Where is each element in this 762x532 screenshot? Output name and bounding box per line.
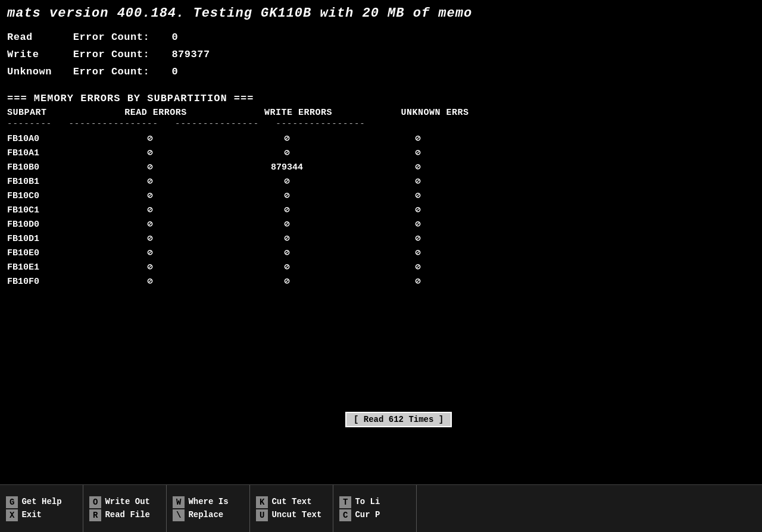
write-error-type: Error Count: [73, 46, 165, 64]
bottom-label-top: To Li [355, 496, 380, 508]
title-text: mats version 400.184. Testing GK110B wit… [7, 6, 472, 21]
col-header-write: WRITE ERRORS [227, 108, 370, 118]
col-header-unknown: UNKNOWN ERRS [376, 108, 495, 118]
bottom-item-0[interactable]: G Get Help X Exit [0, 485, 83, 532]
table-row: FB10B1 ⊘ ⊘ ⊘ [7, 175, 755, 189]
bottom-label-bottom: Read File [105, 509, 150, 521]
table-row: FB10C1 ⊘ ⊘ ⊘ [7, 204, 755, 218]
bottom-key-top: O [89, 496, 101, 508]
cell-write: ⊘ [216, 189, 358, 204]
cell-read: ⊘ [85, 261, 216, 275]
bottom-key-top: T [339, 496, 351, 508]
bottom-key-bottom: C [339, 509, 351, 521]
table-divider: -------- ---------------- --------------… [7, 119, 755, 129]
bottom-key-top: W [173, 496, 185, 508]
bottom-key-top: K [256, 496, 268, 508]
section-header: === MEMORY ERRORS BY SUBPARTITION === [7, 93, 755, 104]
cell-write: ⊘ [216, 246, 358, 261]
bottom-label-top: Write Out [105, 496, 150, 508]
unknown-error-line: Unknown Error Count: 0 [7, 64, 755, 81]
cell-subpart: FB10E1 [7, 261, 85, 275]
write-error-value: 879377 [171, 49, 210, 60]
unknown-error-value: 0 [171, 66, 178, 77]
bottom-label-top: Get Help [21, 496, 61, 508]
bottom-row-top: O Write Out [89, 496, 150, 508]
read-label: Read [7, 29, 67, 46]
error-summary: Read Error Count: 0 Write Error Count: 8… [7, 29, 755, 81]
cell-subpart: FB10B1 [7, 175, 85, 189]
write-error-line: Write Error Count: 879377 [7, 46, 755, 64]
table-row: FB10A1 ⊘ ⊘ ⊘ [7, 146, 755, 161]
cell-unknown: ⊘ [358, 189, 477, 204]
cell-read: ⊘ [85, 246, 216, 261]
cell-subpart: FB10D1 [7, 232, 85, 246]
bottom-key-bottom: X [6, 509, 18, 521]
bottom-row-bottom: U Uncut Text [256, 509, 321, 521]
bottom-key-top: G [6, 496, 18, 508]
table-row: FB10B0 ⊘ 879344 ⊘ [7, 161, 755, 175]
bottom-row-bottom: X Exit [6, 509, 62, 521]
cell-unknown: ⊘ [358, 275, 477, 289]
bottom-row-top: K Cut Text [256, 496, 321, 508]
cell-subpart: FB10A0 [7, 132, 85, 146]
bottom-row-top: T To Li [339, 496, 380, 508]
bottom-label-bottom: Cur P [355, 509, 380, 521]
cell-unknown: ⊘ [358, 146, 477, 161]
cell-read: ⊘ [85, 175, 216, 189]
bottom-pair: G Get Help X Exit [6, 496, 62, 521]
tooltip-box: [ Read 612 Times ] [345, 412, 452, 427]
title-bar: mats version 400.184. Testing GK110B wit… [7, 6, 755, 21]
read-error-value: 0 [171, 32, 178, 43]
cell-write: ⊘ [216, 132, 358, 146]
cell-read: ⊘ [85, 146, 216, 161]
cell-unknown: ⊘ [358, 232, 477, 246]
bottom-row-bottom: C Cur P [339, 509, 380, 521]
cell-write: ⊘ [216, 232, 358, 246]
table-row: FB10E1 ⊘ ⊘ ⊘ [7, 261, 755, 275]
table-header: SUBPART READ ERRORS WRITE ERRORS UNKNOWN… [7, 108, 755, 118]
bottom-bar: G Get Help X Exit O Write Out R Read Fil… [0, 484, 762, 532]
tooltip-text: [ Read 612 Times ] [354, 415, 444, 424]
cell-read: ⊘ [85, 132, 216, 146]
col-header-subpart: SUBPART [7, 108, 85, 118]
read-error-line: Read Error Count: 0 [7, 29, 755, 46]
bottom-item-1[interactable]: O Write Out R Read File [83, 485, 167, 532]
cell-subpart: FB10B0 [7, 161, 85, 175]
bottom-key-bottom: U [256, 509, 268, 521]
unknown-label: Unknown [7, 64, 67, 81]
cell-read: ⊘ [85, 204, 216, 218]
bottom-pair: K Cut Text U Uncut Text [256, 496, 321, 521]
cell-read: ⊘ [85, 232, 216, 246]
bottom-row-bottom: \ Replace [173, 509, 229, 521]
unknown-error-type: Error Count: [73, 64, 165, 81]
cell-unknown: ⊘ [358, 246, 477, 261]
bottom-item-2[interactable]: W Where Is \ Replace [167, 485, 250, 532]
bottom-pair: T To Li C Cur P [339, 496, 380, 521]
cell-write: ⊘ [216, 204, 358, 218]
cell-read: ⊘ [85, 275, 216, 289]
bottom-pair: O Write Out R Read File [89, 496, 150, 521]
write-label: Write [7, 46, 67, 64]
bottom-label-top: Where Is [188, 496, 228, 508]
bottom-item-3[interactable]: K Cut Text U Uncut Text [250, 485, 333, 532]
table-body: FB10A0 ⊘ ⊘ ⊘ FB10A1 ⊘ ⊘ ⊘ FB10B0 ⊘ 87934… [7, 132, 755, 289]
cell-unknown: ⊘ [358, 161, 477, 175]
read-error-type: Error Count: [73, 29, 165, 46]
cell-unknown: ⊘ [358, 218, 477, 232]
bottom-label-bottom: Replace [188, 509, 223, 521]
cell-unknown: ⊘ [358, 204, 477, 218]
cell-subpart: FB10C0 [7, 189, 85, 204]
cell-write: 879344 [216, 161, 358, 175]
cell-subpart: FB10E0 [7, 246, 85, 261]
cell-write: ⊘ [216, 218, 358, 232]
cell-write: ⊘ [216, 175, 358, 189]
cell-unknown: ⊘ [358, 132, 477, 146]
bottom-key-bottom: R [89, 509, 101, 521]
bottom-key-bottom: \ [173, 509, 185, 521]
bottom-label-bottom: Uncut Text [271, 509, 321, 521]
bottom-row-bottom: R Read File [89, 509, 150, 521]
cell-subpart: FB10A1 [7, 146, 85, 161]
bottom-item-4[interactable]: T To Li C Cur P [333, 485, 417, 532]
cell-write: ⊘ [216, 261, 358, 275]
cell-read: ⊘ [85, 189, 216, 204]
